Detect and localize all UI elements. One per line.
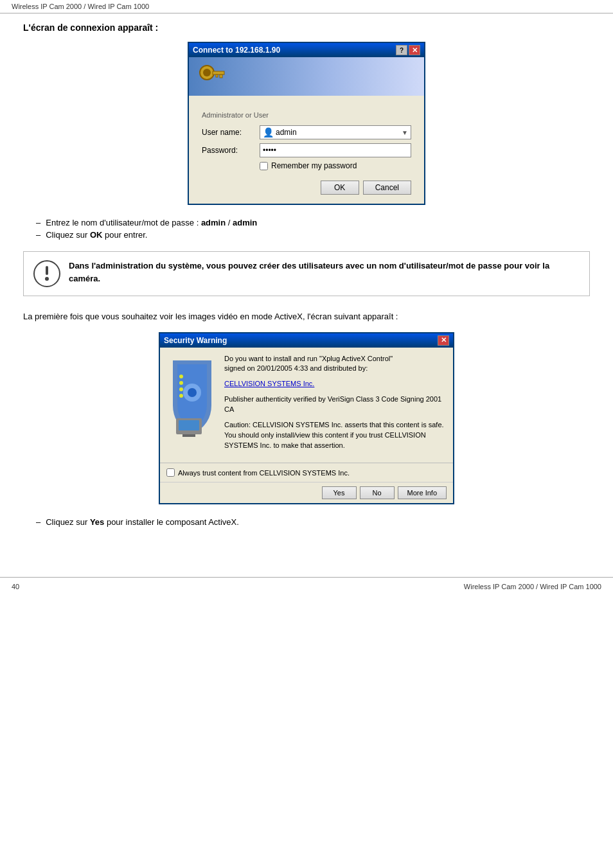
security-dialog: Security Warning ✕ xyxy=(159,332,454,505)
svg-point-7 xyxy=(45,277,49,281)
svg-rect-4 xyxy=(216,75,218,77)
svg-point-9 xyxy=(188,388,197,397)
topbar: Wireless IP Cam 2000 / Wired IP Cam 1000 xyxy=(0,0,613,13)
svg-point-11 xyxy=(179,381,183,385)
svg-point-10 xyxy=(179,375,183,378)
section2-para: La première fois que vous souhaitez voir… xyxy=(23,310,590,323)
always-trust-label: Always trust content from CELLVISION SYS… xyxy=(178,469,350,477)
security-titlebar: Security Warning ✕ xyxy=(160,333,453,348)
key-icon xyxy=(195,60,229,93)
security-left-icon xyxy=(166,354,218,457)
exclamation-icon xyxy=(33,260,61,288)
always-trust-row: Always trust content from CELLVISION SYS… xyxy=(160,463,453,482)
more-info-button[interactable]: More Info xyxy=(398,486,447,499)
svg-point-13 xyxy=(179,394,183,398)
remember-row: Remember my password xyxy=(260,161,411,170)
connect-titlebar: Connect to 192.168.1.90 ? ✕ xyxy=(189,43,424,57)
security-company-link[interactable]: CELLVISION SYSTEMS Inc. xyxy=(224,379,447,389)
bullets-list-1: Entrez le nom d'utilisateur/mot de passe… xyxy=(36,217,590,241)
connect-help-button[interactable]: ? xyxy=(396,45,407,55)
security-footer: Yes No More Info xyxy=(160,482,453,503)
connect-dialog: Connect to 192.168.1.90 ? ✕ xyxy=(188,42,425,205)
svg-rect-2 xyxy=(213,71,224,75)
username-label: User name: xyxy=(202,128,260,137)
connect-titlebar-buttons: ? ✕ xyxy=(396,45,420,55)
password-input[interactable] xyxy=(263,146,408,155)
username-input[interactable] xyxy=(276,128,402,137)
connect-title: Connect to 192.168.1.90 xyxy=(193,46,396,55)
connect-admin-label: Administrator or User xyxy=(202,111,411,119)
security-line1: Do you want to install and run "Xplug Ac… xyxy=(224,354,447,375)
connect-banner xyxy=(189,57,424,96)
password-label: Password: xyxy=(202,146,260,155)
svg-rect-16 xyxy=(182,434,195,437)
svg-rect-6 xyxy=(46,266,48,275)
ok-button[interactable]: OK xyxy=(321,181,359,195)
connect-close-button[interactable]: ✕ xyxy=(409,45,420,55)
security-titlebar-buttons: ✕ xyxy=(438,335,449,346)
dropdown-arrow-icon[interactable]: ▼ xyxy=(402,129,408,136)
connect-dialog-wrapper: Connect to 192.168.1.90 ? ✕ xyxy=(23,42,590,205)
connect-body: Administrator or User User name: 👤 ▼ Pas… xyxy=(189,105,424,204)
remember-checkbox[interactable] xyxy=(260,162,268,170)
password-input-wrap[interactable] xyxy=(260,143,411,157)
security-shield-icon xyxy=(170,354,215,438)
bullet-item-2: Cliquez sur OK pour entrer. xyxy=(36,229,590,241)
yes-button[interactable]: Yes xyxy=(322,486,357,499)
password-row: Password: xyxy=(202,143,411,157)
username-input-wrap[interactable]: 👤 ▼ xyxy=(260,125,411,139)
section1-heading: L'écran de connexion apparaît : xyxy=(23,22,590,33)
remember-label: Remember my password xyxy=(271,161,357,170)
username-row: User name: 👤 ▼ xyxy=(202,125,411,139)
bullet-item-yes: Cliquez sur Yes pour installer le compos… xyxy=(36,516,590,528)
security-right-text: Do you want to install and run "Xplug Ac… xyxy=(224,354,447,457)
user-icon: 👤 xyxy=(263,127,273,137)
svg-point-1 xyxy=(203,69,211,76)
security-line4: Caution: CELLVISION SYSTEMS Inc. asserts… xyxy=(224,420,447,451)
svg-point-12 xyxy=(179,387,183,391)
security-close-button[interactable]: ✕ xyxy=(438,335,449,346)
connect-footer: OK Cancel xyxy=(202,181,411,195)
svg-rect-3 xyxy=(220,75,222,78)
cancel-button[interactable]: Cancel xyxy=(363,181,411,195)
always-trust-checkbox[interactable] xyxy=(166,468,175,477)
bullet-item-1: Entrez le nom d'utilisateur/mot de passe… xyxy=(36,217,590,229)
note-text: Dans l'administration du système, vous p… xyxy=(69,260,580,285)
security-line3: Publisher authenticity verified by VeriS… xyxy=(224,394,447,415)
page-footer: 40 Wireless IP Cam 2000 / Wired IP Cam 1… xyxy=(0,577,613,596)
main-content: L'écran de connexion apparaît : Connect … xyxy=(0,13,613,551)
note-box: Dans l'administration du système, vous p… xyxy=(23,251,590,296)
topbar-title: Wireless IP Cam 2000 / Wired IP Cam 1000 xyxy=(12,3,149,10)
bullets-list-2: Cliquez sur Yes pour installer le compos… xyxy=(36,516,590,528)
no-button[interactable]: No xyxy=(360,486,395,499)
security-title: Security Warning xyxy=(164,336,438,345)
security-dialog-wrapper: Security Warning ✕ xyxy=(23,332,590,505)
note-icon xyxy=(33,260,61,288)
svg-rect-15 xyxy=(179,420,199,430)
security-body: Do you want to install and run "Xplug Ac… xyxy=(160,348,453,463)
page-number: 40 xyxy=(12,583,19,590)
footer-title: Wireless IP Cam 2000 / Wired IP Cam 1000 xyxy=(464,583,601,590)
